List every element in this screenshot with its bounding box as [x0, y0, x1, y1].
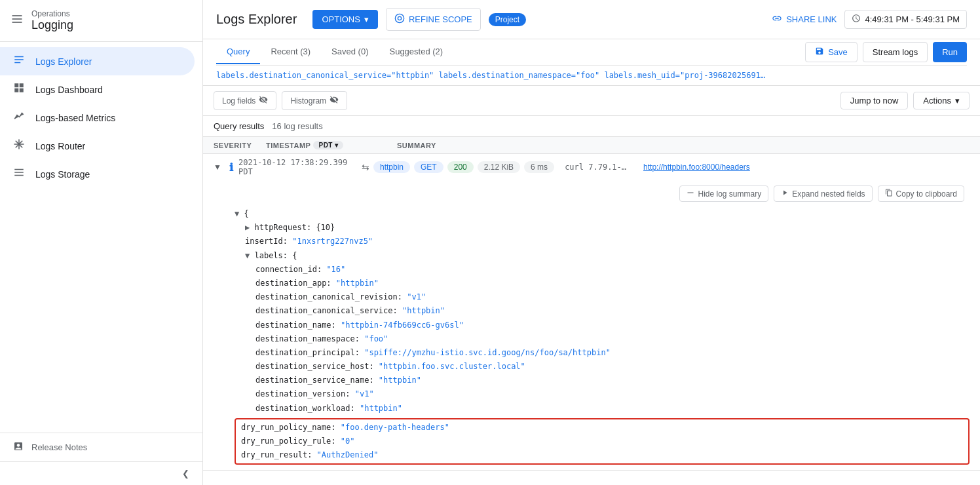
log-timestamp: 2021-10-12 17:38:29.399 PDT — [238, 158, 356, 176]
share-link-button[interactable]: SHARE LINK — [772, 13, 837, 26]
collapse-icon: ❮ — [182, 469, 189, 478]
query-tabs: Query Recent (3) Saved (0) Suggested (2) — [216, 40, 795, 64]
logs-storage-icon — [13, 166, 25, 182]
sidebar-item-logs-storage[interactable]: Logs Storage — [0, 160, 195, 188]
json-http-request[interactable]: ▶ httpRequest: {10} — [235, 221, 970, 235]
url-chip[interactable]: http://httpbin.foo:8000/headers — [637, 161, 757, 173]
results-count: 16 log results — [272, 121, 322, 131]
sidebar-item-label: Logs-based Metrics — [35, 113, 115, 123]
svg-point-13 — [395, 14, 404, 22]
svg-rect-15 — [688, 193, 694, 193]
query-bar: Query Recent (3) Saved (0) Suggested (2)… — [203, 39, 980, 86]
run-label: Run — [942, 47, 958, 57]
svg-rect-3 — [14, 56, 24, 58]
pdt-chevron-icon: ▾ — [335, 142, 339, 149]
highlighted-entries: dry_run_policy_name: "foo.deny-path-head… — [235, 418, 970, 465]
size-chip: 2.12 KiB — [478, 161, 520, 173]
time-range-picker[interactable]: 4:49:31 PM - 5:49:31 PM — [844, 10, 967, 29]
json-connection-id: connection_id: "16" — [235, 263, 970, 277]
expand-arrow-icon[interactable]: ▼ — [214, 163, 224, 172]
pdt-selector[interactable]: PDT ▾ — [313, 141, 343, 149]
svg-rect-0 — [12, 15, 22, 16]
actions-button[interactable]: Actions ▾ — [913, 92, 970, 109]
json-dest-name: destination_name: "httpbin-74fb669cc6-gv… — [235, 319, 970, 332]
hide-summary-button[interactable]: Hide log summary — [679, 185, 768, 202]
log-fields-button[interactable]: Log fields — [214, 91, 276, 110]
jump-to-now-button[interactable]: Jump to now — [840, 92, 909, 109]
tab-suggested[interactable]: Suggested (2) — [379, 40, 453, 64]
hide-icon — [259, 95, 268, 106]
options-label: OPTIONS — [322, 14, 360, 24]
histogram-button[interactable]: Histogram — [282, 91, 347, 110]
histogram-hide-icon — [330, 95, 339, 106]
main-content: Logs Explorer OPTIONS ▾ REFINE SCOPE Pro… — [203, 0, 980, 485]
sidebar-title: Operations Logging — [31, 9, 73, 32]
project-badge[interactable]: Project — [489, 13, 526, 26]
sidebar-item-label: Logs Dashboard — [35, 85, 103, 95]
save-label: Save — [828, 47, 848, 57]
time-chip: 6 ms — [524, 161, 554, 173]
actions-chevron-icon: ▾ — [955, 96, 960, 106]
options-button[interactable]: OPTIONS ▾ — [312, 10, 378, 29]
tab-saved[interactable]: Saved (0) — [321, 40, 379, 64]
status-chip[interactable]: 200 — [447, 161, 474, 173]
results-area: Query results 16 log results SEVERITY TI… — [203, 116, 980, 485]
refine-label: REFINE SCOPE — [409, 14, 472, 24]
sidebar-header: Operations Logging — [0, 0, 202, 42]
svg-rect-5 — [14, 62, 20, 64]
refine-icon — [394, 13, 405, 26]
sidebar-item-logs-explorer[interactable]: Logs Explorer — [0, 47, 195, 75]
query-text[interactable]: labels.destination_canonical_service="ht… — [216, 71, 967, 80]
sidebar-item-label: Logs Storage — [35, 169, 90, 180]
svg-rect-7 — [20, 83, 24, 87]
json-dry-run-policy-rule: dry_run_policy_rule: "0" — [241, 435, 963, 448]
clock-icon — [852, 14, 861, 25]
svg-point-14 — [398, 16, 401, 20]
copy-clipboard-button[interactable]: Copy to clipboard — [878, 185, 964, 202]
service-chip[interactable]: httpbin — [373, 161, 410, 173]
table-header: SEVERITY TIMESTAMP PDT ▾ SUMMARY — [203, 137, 980, 154]
log-detail: Hide log summary Expand nested fields Co… — [203, 180, 980, 470]
menu-icon — [10, 12, 24, 29]
release-notes-item[interactable]: Release Notes — [0, 433, 202, 461]
expand-nested-button[interactable]: Expand nested fields — [774, 185, 872, 202]
col-header-timestamp[interactable]: TIMESTAMP PDT ▾ — [266, 141, 397, 149]
app-title-main: Logging — [31, 18, 73, 32]
method-chip[interactable]: GET — [414, 161, 443, 173]
log-row-header[interactable]: ▼ ℹ 2021-10-12 17:38:29.399 PDT ⇆ httpbi… — [203, 154, 980, 180]
stream-logs-button[interactable]: Stream logs — [863, 42, 928, 62]
logs-explorer-icon — [13, 54, 25, 69]
json-insert-id: insertId: "1nxsrtrg227nvz5" — [235, 235, 970, 248]
log-row: ▼ ℹ 2021-10-12 17:38:29.399 PDT ⇆ httpbi… — [203, 154, 980, 471]
tab-query[interactable]: Query — [216, 40, 260, 64]
sidebar-item-label: Logs Explorer — [35, 56, 92, 67]
svg-rect-2 — [12, 22, 22, 23]
save-icon — [815, 47, 824, 58]
results-header: Query results 16 log results — [203, 116, 980, 137]
severity-info-icon: ℹ — [229, 161, 233, 174]
svg-rect-12 — [14, 175, 24, 176]
topbar: Logs Explorer OPTIONS ▾ REFINE SCOPE Pro… — [203, 0, 980, 39]
jump-label: Jump to now — [850, 96, 899, 106]
json-dest-service-host: destination_service_host: "httpbin.foo.s… — [235, 360, 970, 374]
tab-recent[interactable]: Recent (3) — [260, 40, 321, 64]
json-dest-canonical-service: destination_canonical_service: "httpbin" — [235, 304, 970, 318]
sidebar-item-logs-metrics[interactable]: Logs-based Metrics — [0, 104, 195, 132]
json-dry-run-result: dry_run_result: "AuthzDenied" — [241, 448, 963, 462]
json-labels-open[interactable]: ▼ labels: { — [235, 249, 970, 263]
log-detail-actions: Hide log summary Expand nested fields Co… — [235, 183, 970, 207]
logs-router-icon — [13, 138, 25, 153]
json-dest-workload: destination_workload: "httpbin" — [235, 402, 970, 416]
refine-scope-button[interactable]: REFINE SCOPE — [386, 8, 481, 31]
run-button[interactable]: Run — [933, 42, 967, 62]
actions-label: Actions — [923, 96, 951, 106]
logs-metrics-icon — [13, 110, 25, 125]
svg-rect-4 — [14, 59, 24, 60]
json-dest-namespace: destination_namespace: "foo" — [235, 332, 970, 346]
sidebar-item-logs-dashboard[interactable]: Logs Dashboard — [0, 75, 195, 104]
save-button[interactable]: Save — [805, 42, 857, 62]
sidebar-nav: Logs Explorer Logs Dashboard Logs-based … — [0, 42, 202, 433]
sidebar-item-logs-router[interactable]: Logs Router — [0, 132, 195, 160]
sidebar-collapse-button[interactable]: ❮ — [0, 461, 202, 485]
logs-dashboard-icon — [13, 82, 25, 97]
